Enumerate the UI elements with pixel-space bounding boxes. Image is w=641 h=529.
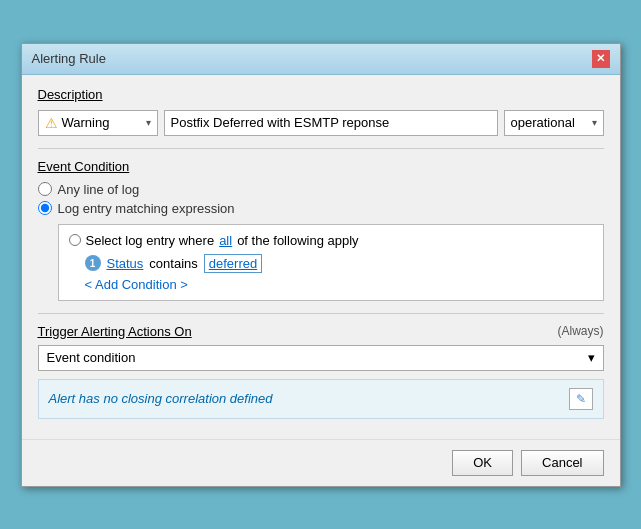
- description-section-label: Description: [38, 87, 604, 102]
- warning-icon: ⚠: [45, 115, 58, 131]
- divider-1: [38, 148, 604, 149]
- condition-value-1[interactable]: deferred: [204, 254, 262, 273]
- severity-label: Warning: [62, 115, 142, 130]
- category-dropdown[interactable]: operational ▾: [504, 110, 604, 136]
- trigger-section-label: Trigger Alerting Actions On: [38, 324, 192, 339]
- divider-2: [38, 313, 604, 314]
- dialog-body: Description ⚠ Warning ▾ operational ▾ Ev…: [22, 75, 620, 439]
- severity-dropdown-arrow: ▾: [146, 117, 151, 128]
- alert-info-box: Alert has no closing correlation defined…: [38, 379, 604, 419]
- condition-row-1: 1 Status contains deferred: [69, 254, 593, 273]
- dialog-footer: OK Cancel: [22, 439, 620, 486]
- condition-step-1: 1: [85, 255, 101, 271]
- edit-correlation-button[interactable]: ✎: [569, 388, 593, 410]
- alert-info-text: Alert has no closing correlation defined: [49, 391, 273, 406]
- radio-any-line-row: Any line of log: [38, 182, 604, 197]
- condition-box: Select log entry where all of the follow…: [58, 224, 604, 301]
- always-label: (Always): [557, 324, 603, 338]
- radio-any-line-label: Any line of log: [58, 182, 140, 197]
- condition-op-1: contains: [149, 256, 197, 271]
- category-label: operational: [511, 115, 588, 130]
- trigger-header: Trigger Alerting Actions On (Always): [38, 324, 604, 339]
- cancel-button[interactable]: Cancel: [521, 450, 603, 476]
- radio-matching[interactable]: [38, 201, 52, 215]
- ok-button[interactable]: OK: [452, 450, 513, 476]
- condition-all-link[interactable]: all: [219, 233, 232, 248]
- radio-any-line[interactable]: [38, 182, 52, 196]
- severity-dropdown[interactable]: ⚠ Warning ▾: [38, 110, 158, 136]
- event-condition-dropdown-label: Event condition: [47, 350, 584, 365]
- condition-field-1[interactable]: Status: [107, 256, 144, 271]
- description-input[interactable]: [164, 110, 498, 136]
- event-condition-radio-group: Any line of log Log entry matching expre…: [38, 182, 604, 216]
- condition-header-text-suffix: of the following apply: [237, 233, 358, 248]
- description-row: ⚠ Warning ▾ operational ▾: [38, 110, 604, 136]
- event-condition-dropdown-arrow: ▾: [588, 350, 595, 365]
- radio-matching-label: Log entry matching expression: [58, 201, 235, 216]
- category-dropdown-arrow: ▾: [592, 117, 597, 128]
- condition-header-text-prefix: Select log entry where: [86, 233, 215, 248]
- condition-header-radio[interactable]: [69, 234, 81, 246]
- trigger-section: Trigger Alerting Actions On (Always) Eve…: [38, 324, 604, 419]
- condition-header: Select log entry where all of the follow…: [69, 233, 593, 248]
- alerting-rule-dialog: Alerting Rule ✕ Description ⚠ Warning ▾ …: [21, 43, 621, 487]
- add-condition-link[interactable]: < Add Condition >: [69, 277, 593, 292]
- close-button[interactable]: ✕: [592, 50, 610, 68]
- dialog-title: Alerting Rule: [32, 51, 106, 66]
- event-condition-dropdown[interactable]: Event condition ▾: [38, 345, 604, 371]
- event-condition-section-label: Event Condition: [38, 159, 604, 174]
- title-bar: Alerting Rule ✕: [22, 44, 620, 75]
- radio-matching-row: Log entry matching expression: [38, 201, 604, 216]
